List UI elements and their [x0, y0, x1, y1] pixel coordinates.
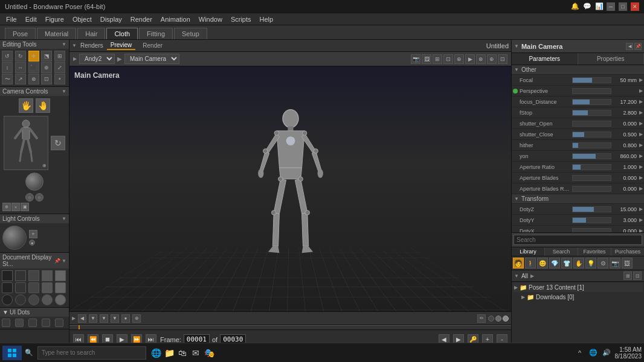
- vp-foot-2[interactable]: ▼: [89, 314, 97, 323]
- vp-photo-icon[interactable]: 🖼: [422, 54, 431, 64]
- taskbar-mail-icon[interactable]: ✉: [191, 348, 201, 358]
- lib-tab-library[interactable]: Library: [512, 247, 545, 256]
- tab-hair[interactable]: Hair: [77, 28, 105, 39]
- param-arrow-icon[interactable]: ▶: [637, 186, 643, 191]
- systray-chevron[interactable]: ^: [575, 348, 585, 358]
- display-dot-4[interactable]: [42, 270, 53, 281]
- taskbar-edge-icon[interactable]: 🌐: [151, 348, 161, 358]
- bell-icon[interactable]: 🔔: [570, 2, 580, 11]
- vp-foot-1[interactable]: ◀: [78, 314, 86, 323]
- cam-hand-right[interactable]: 🤚: [36, 98, 50, 113]
- viewport[interactable]: Main Camera: [69, 66, 511, 311]
- scrubber-bar[interactable]: [69, 325, 511, 329]
- lib-icon-9[interactable]: 📷: [610, 258, 620, 268]
- param-slider[interactable]: [572, 175, 611, 181]
- cam-hand-left[interactable]: 🖐: [19, 98, 33, 113]
- ui-dot-5[interactable]: [55, 319, 63, 327]
- library-search-input[interactable]: [514, 235, 642, 245]
- cam-small-1[interactable]: ○: [25, 193, 34, 202]
- display-dot-9[interactable]: [42, 282, 53, 293]
- ui-dot-4[interactable]: [42, 319, 50, 327]
- vp-foot-pen[interactable]: ✏: [477, 314, 486, 323]
- param-slider[interactable]: [572, 142, 611, 148]
- tab-parameters[interactable]: Parameters: [512, 53, 578, 65]
- param-arrow-icon[interactable]: ▶: [637, 132, 643, 137]
- light-sphere[interactable]: [2, 226, 27, 250]
- renders-tab-preview[interactable]: Preview: [107, 41, 136, 50]
- menu-file[interactable]: File: [2, 14, 21, 24]
- tool-scale[interactable]: ⬔: [41, 51, 52, 62]
- taskbar-search-input[interactable]: [37, 346, 146, 360]
- clock[interactable]: 1:58 AM 8/18/2023: [615, 346, 642, 360]
- chart-icon[interactable]: 📊: [594, 2, 604, 11]
- systray-network-icon[interactable]: 🌐: [588, 348, 598, 358]
- param-arrow-icon[interactable]: ▶: [637, 99, 643, 104]
- lib-tab-purchases[interactable]: Purchases: [611, 247, 644, 256]
- ui-dot-3[interactable]: [28, 319, 37, 327]
- tool-translate[interactable]: ✛: [28, 51, 39, 62]
- menu-scripts[interactable]: Scripts: [227, 14, 255, 24]
- param-arrow-icon[interactable]: ▶: [637, 164, 643, 170]
- cam-extra-3[interactable]: ▣: [21, 203, 29, 211]
- tool-hair-tool[interactable]: ↗: [15, 74, 26, 84]
- param-arrow-icon[interactable]: ▶: [637, 77, 643, 83]
- vp-color-2[interactable]: [495, 316, 501, 322]
- lib-icon-10[interactable]: 🖼: [622, 258, 633, 268]
- vp-settings-6[interactable]: ⊕: [487, 54, 497, 64]
- chat-icon[interactable]: 💬: [582, 2, 592, 11]
- light-controls-header[interactable]: Light Controls ▼: [0, 214, 69, 223]
- lib-icon-2[interactable]: 🚶: [525, 258, 536, 268]
- display-dot-7[interactable]: [15, 282, 26, 293]
- param-group-other[interactable]: ▼ Other: [512, 65, 644, 75]
- tool-direct[interactable]: ⬛: [28, 62, 39, 73]
- lib-icon-6[interactable]: ✋: [573, 258, 584, 268]
- tool-chain[interactable]: ↔: [15, 62, 26, 73]
- lib-icon-8[interactable]: ⚙: [597, 258, 608, 268]
- param-slider[interactable]: [572, 206, 611, 212]
- taskbar-explorer-icon[interactable]: 📁: [164, 348, 174, 358]
- editing-tools-header[interactable]: Editing Tools ▼: [0, 40, 69, 49]
- display-dot-1[interactable]: [2, 270, 13, 281]
- library-item-downloads[interactable]: ▶ 📁 Downloads [0]: [513, 293, 643, 302]
- vp-foot-6[interactable]: ⊕: [132, 314, 141, 323]
- lib-icon-1[interactable]: 🧑: [513, 258, 524, 268]
- param-arrow-icon[interactable]: ▶: [637, 110, 643, 115]
- tab-fitting[interactable]: Fitting: [139, 28, 173, 39]
- display-dot-6[interactable]: [2, 282, 13, 293]
- display-style-header[interactable]: Document Display St... 📌 ▼: [0, 253, 69, 268]
- ui-dot-1[interactable]: [2, 319, 10, 327]
- param-slider[interactable]: [572, 228, 611, 233]
- lib-filter-btn-1[interactable]: ⊞: [623, 272, 632, 280]
- close-button[interactable]: ✕: [631, 2, 639, 11]
- vp-settings-7[interactable]: ⊡: [498, 54, 507, 64]
- camera-controls-header[interactable]: Camera Controls ▼: [0, 87, 69, 96]
- menu-help[interactable]: Help: [256, 14, 277, 24]
- renders-tab-render[interactable]: Render: [139, 42, 166, 49]
- param-group-transform[interactable]: ▼Transform: [512, 194, 644, 204]
- vp-settings-4[interactable]: ▶: [465, 54, 475, 64]
- tool-wind[interactable]: 〜: [2, 74, 13, 84]
- display-dot-8[interactable]: [28, 282, 39, 293]
- ui-dot-2[interactable]: [15, 319, 24, 327]
- display-dot-5[interactable]: [55, 270, 66, 281]
- menu-render[interactable]: Render: [127, 14, 156, 24]
- cam-orbit[interactable]: [25, 173, 43, 191]
- param-slider[interactable]: [572, 217, 611, 223]
- cam-extra-2[interactable]: ×: [11, 203, 20, 211]
- param-slider[interactable]: [572, 164, 611, 170]
- lib-icon-7[interactable]: 💡: [585, 258, 596, 268]
- lib-tab-favorites[interactable]: Favorites: [578, 247, 611, 256]
- vp-color-3[interactable]: [503, 316, 509, 322]
- param-arrow-icon[interactable]: ▶: [637, 206, 643, 212]
- taskbar-poser-icon[interactable]: 🎭: [204, 348, 214, 358]
- vp-settings-1[interactable]: ⊞: [433, 54, 442, 64]
- taskbar-store-icon[interactable]: 🛍: [178, 348, 187, 358]
- tool-misc[interactable]: ∘: [54, 74, 65, 84]
- tab-properties[interactable]: Properties: [578, 53, 645, 65]
- library-item-poser-content[interactable]: ▶ 📁 Poser 13 Content [1]: [513, 283, 643, 292]
- param-slider[interactable]: [572, 186, 611, 192]
- param-arrow-icon[interactable]: ▶: [637, 153, 643, 159]
- tab-material[interactable]: Material: [37, 28, 76, 39]
- menu-object[interactable]: Object: [69, 14, 95, 24]
- menu-window[interactable]: Window: [195, 14, 226, 24]
